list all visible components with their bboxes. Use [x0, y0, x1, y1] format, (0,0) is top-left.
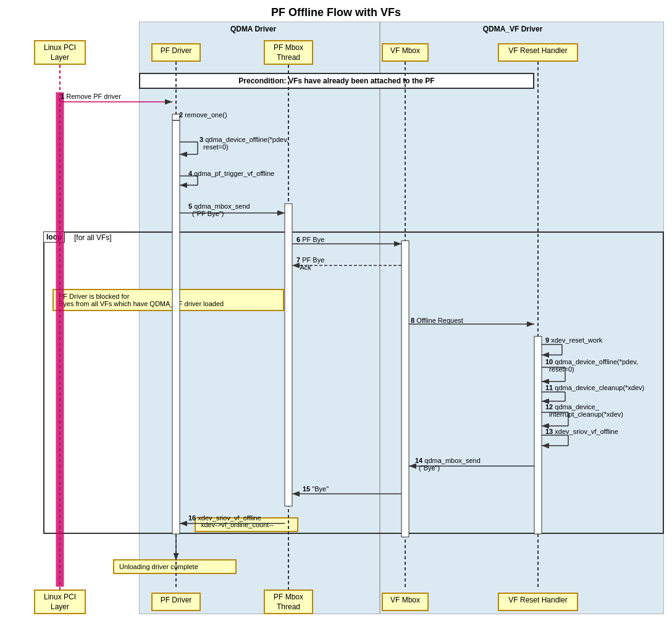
actor-vf-reset-bottom: VF Reset Handler: [498, 593, 578, 611]
lane-qdma-label: QDMA Driver: [191, 25, 315, 33]
actor-vf-mbox-bottom: VF Mbox: [382, 593, 429, 611]
precondition-box: Precondition: VFs have already been atta…: [139, 73, 534, 89]
msg-3: 3 qdma_device_offline(*pdev, reset=0): [200, 136, 288, 151]
msg-13: 13 xdev_sriov_vf_offline: [545, 428, 618, 435]
msg-15: 15 "Bye": [303, 485, 329, 493]
msg-4: 4 qdma_pf_trigger_vf_offline: [188, 170, 274, 177]
msg-9: 9 xdev_reset_work: [545, 336, 602, 344]
msg-1: 1 Remove PF driver: [61, 93, 121, 100]
diagram-title: PF Offline Flow with VFs: [0, 0, 672, 22]
note-pf-blocked: PF Driver is blocked forByes from all VF…: [52, 289, 284, 311]
loop-condition: [for all VFs]: [74, 233, 112, 242]
actor-vf-reset: VF Reset Handler: [498, 43, 578, 62]
msg-12: 12 qdma_device_ interrupt_cleanup(*xdev): [545, 403, 623, 418]
actor-linux-pci-bottom: Linux PCILayer: [34, 589, 86, 614]
msg-2: 2 remove_one(): [179, 111, 227, 119]
msg-7: 7 PF Bye Ack: [296, 256, 324, 271]
actor-pf-mbox-bottom: PF MboxThread: [264, 589, 313, 614]
msg-11: 11 qdma_device_cleanup(*xdev): [545, 384, 644, 391]
actor-vf-mbox: VF Mbox: [382, 43, 429, 62]
msg-16: 16 xdev_sriov_vf_offline: [188, 514, 261, 522]
actor-linux-pci: Linux PCILayer: [34, 40, 86, 65]
msg-14: 14 qdma_mbox_send ("Bye"): [415, 457, 481, 472]
lane-qdma-vf-label: QDMA_VF Driver: [451, 25, 574, 33]
msg-6: 6 PF Bye: [296, 236, 324, 243]
loop-frame: [43, 231, 664, 534]
msg-5: 5 qdma_mbox_send ("PF Bye"): [188, 202, 250, 217]
msg-10: 10 qdma_device_offline(*pdev, reset=0): [545, 358, 638, 373]
msg-8: 8 Offline Request: [411, 317, 463, 324]
actor-pf-driver-bottom: PF Driver: [151, 593, 201, 611]
actor-pf-mbox: PF MboxThread: [264, 40, 313, 65]
actor-pf-driver: PF Driver: [151, 43, 201, 62]
loop-frame-label: loop: [43, 231, 65, 243]
note-unloading: Unloading driver complete: [113, 559, 237, 574]
